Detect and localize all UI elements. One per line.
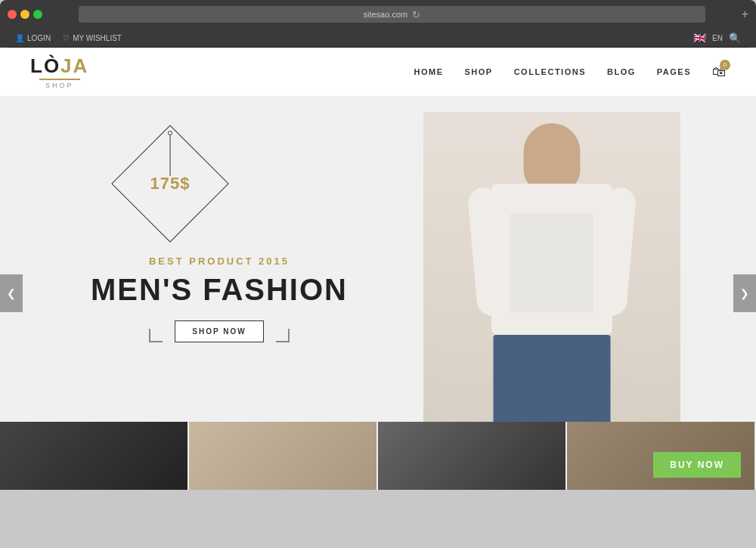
brackets-wrap: SHOP NOW [76, 320, 363, 342]
browser-toolbar: 👤 LOGIN ♡ MY WISHLIST 🇬🇧 EN 🔍 [8, 29, 748, 48]
product-thumbnails [0, 422, 756, 490]
minimize-button[interactable] [20, 10, 29, 19]
nav-home[interactable]: HOME [414, 67, 443, 76]
nav-pages[interactable]: PAGES [657, 67, 691, 76]
cart-icon-wrap[interactable]: 🛍 0 [712, 64, 726, 80]
flag-icon: 🇬🇧 [693, 32, 706, 44]
browser-top-bar: sitesao.com ↻ + [8, 6, 748, 23]
product-thumb-2[interactable] [189, 422, 378, 490]
logo-shop: SHOP [45, 82, 74, 89]
man-body [491, 184, 612, 335]
slider-prev-button[interactable]: ❮ [0, 274, 23, 312]
product-thumb-3[interactable] [378, 422, 567, 490]
close-button[interactable] [8, 10, 17, 19]
nav-blog[interactable]: BLOG [607, 67, 636, 76]
search-icon[interactable]: 🔍 [729, 33, 741, 44]
lang-label[interactable]: EN [712, 34, 723, 42]
new-tab-button[interactable]: + [742, 8, 748, 21]
bracket-left [149, 329, 163, 342]
next-arrow-icon: ❯ [740, 287, 749, 299]
login-item[interactable]: 👤 LOGIN [15, 34, 51, 42]
address-bar[interactable]: sitesao.com ↻ [79, 6, 705, 23]
hero-content: BEST PRODUCT 2015 MEN'S FASHION SHOP NOW [76, 255, 363, 348]
login-label: LOGIN [27, 34, 51, 42]
man-head [524, 123, 581, 191]
nav-shop[interactable]: SHOP [464, 67, 492, 76]
site-nav: HOME SHOP COLLECTIONS BLOG PAGES 🛍 0 [414, 64, 726, 80]
logo-lo: LÒ [30, 54, 60, 77]
logo[interactable]: LÒJA SHOP [30, 54, 88, 89]
reload-icon[interactable]: ↻ [412, 9, 420, 20]
logo-text: LÒJA [30, 54, 88, 78]
bracket-right [276, 329, 290, 342]
prev-arrow-icon: ❮ [7, 287, 16, 299]
wishlist-icon: ♡ [63, 34, 70, 42]
man-tshirt-design [510, 214, 593, 312]
buy-now-button[interactable]: BUY NOW [653, 452, 741, 478]
hero-title: MEN'S FASHION [76, 273, 363, 307]
wishlist-item[interactable]: ♡ MY WISHLIST [63, 34, 122, 42]
toolbar-right: 🇬🇧 EN 🔍 [693, 32, 741, 44]
logo-underline [39, 79, 80, 80]
cart-badge: 0 [720, 60, 730, 70]
hero-subtitle: BEST PRODUCT 2015 [76, 255, 363, 267]
nav-collections[interactable]: COLLECTIONS [514, 67, 586, 76]
browser-chrome: sitesao.com ↻ + 👤 LOGIN ♡ MY WISHLIST 🇬🇧… [0, 0, 756, 48]
price-text: 175$ [150, 174, 191, 194]
slider-next-button[interactable]: ❯ [733, 274, 756, 312]
url-text: sitesao.com [363, 10, 407, 19]
shop-now-button[interactable]: SHOP NOW [175, 320, 263, 342]
maximize-button[interactable] [33, 10, 42, 19]
hero-slider: 175$ BEST PRODUCT 2015 MEN'S FASHION SHO… [0, 97, 756, 490]
website: LÒJA SHOP HOME SHOP COLLECTIONS BLOG PAG… [0, 48, 756, 490]
login-icon: 👤 [15, 34, 24, 42]
product-thumb-1[interactable] [0, 422, 189, 490]
site-header: LÒJA SHOP HOME SHOP COLLECTIONS BLOG PAG… [0, 48, 756, 97]
traffic-lights [8, 10, 42, 19]
wishlist-label: MY WISHLIST [73, 34, 122, 42]
logo-ja: JA [60, 54, 88, 77]
price-tag: 175$ [121, 135, 219, 233]
